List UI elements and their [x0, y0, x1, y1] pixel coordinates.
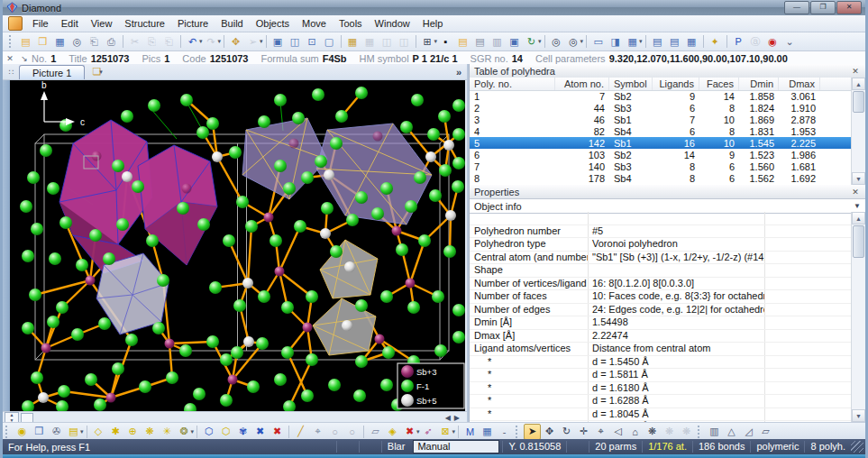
atom-f[interactable]: [27, 171, 40, 184]
picture-locked-icon[interactable]: ▤: [471, 33, 489, 50]
menu-move[interactable]: Move: [296, 16, 333, 31]
atom-f[interactable]: [380, 379, 393, 391]
atom-f[interactable]: [56, 400, 69, 411]
toolbar-grip[interactable]: [5, 426, 11, 438]
atom-f[interactable]: [59, 216, 72, 229]
property-row[interactable]: *d = 1.6180 Å: [470, 382, 852, 396]
property-row[interactable]: Dmax [Å]2.22474: [470, 330, 852, 344]
atom-f[interactable]: [281, 301, 294, 314]
property-row[interactable]: [470, 212, 852, 225]
atom-f[interactable]: [132, 180, 144, 193]
atom-f[interactable]: [330, 137, 343, 150]
packing-diagram-dropdown[interactable]: ▾: [452, 428, 456, 435]
grow-cluster-dropdown[interactable]: ▾: [191, 428, 195, 435]
toolbar-overflow-icon[interactable]: ⌄: [781, 33, 799, 50]
atom-f[interactable]: [177, 202, 189, 215]
atom-f[interactable]: [301, 389, 314, 402]
atom-f[interactable]: [231, 346, 243, 359]
toolbar-grip[interactable]: [698, 426, 703, 438]
atom-f[interactable]: [247, 380, 260, 393]
atom-f[interactable]: [223, 234, 235, 247]
atom-f[interactable]: [452, 331, 465, 344]
connect-atoms-icon[interactable]: ✾: [234, 424, 251, 440]
property-row[interactable]: Dmin [Å]1.54498: [470, 316, 852, 330]
shift-mode-icon[interactable]: ✛: [575, 424, 592, 440]
print-icon[interactable]: ⎙: [103, 33, 120, 50]
column-header-dmin[interactable]: Dmin: [739, 78, 779, 90]
atom-f[interactable]: [346, 214, 359, 226]
menu-tools[interactable]: Tools: [333, 16, 369, 31]
atom-f[interactable]: [166, 371, 178, 384]
fly-mode-icon[interactable]: ❋: [678, 424, 695, 440]
column-header-dmax[interactable]: Dmax: [779, 78, 820, 90]
table-view-icon[interactable]: ▦: [344, 33, 361, 50]
atom-f[interactable]: [438, 110, 451, 123]
property-row[interactable]: Ligand atoms/verticesDistance from centr…: [470, 343, 852, 356]
atom-sb5[interactable]: [342, 320, 352, 331]
view-datasheet-icon[interactable]: ▦: [683, 33, 700, 50]
open-document-icon[interactable]: ❒: [34, 33, 51, 50]
atom-f[interactable]: [245, 220, 258, 233]
fill-cell-icon[interactable]: ⬡: [200, 424, 217, 440]
atom-f[interactable]: [283, 400, 296, 411]
atom-design-icon[interactable]: ◉: [14, 424, 31, 440]
properties-scroll-thumb[interactable]: [853, 225, 864, 258]
video-record-icon[interactable]: ◉: [764, 33, 781, 50]
view-diagram-icon[interactable]: ▤: [666, 33, 683, 50]
structure-canvas[interactable]: bcSb+3F-1Sb+5: [10, 80, 465, 411]
atom-f[interactable]: [40, 144, 52, 157]
coordination-spheres-icon[interactable]: ⌖: [309, 424, 326, 440]
measure-torsion-icon[interactable]: ◿: [740, 424, 757, 440]
atom-f[interactable]: [22, 322, 34, 334]
column-header-atom-no-[interactable]: Atom no.: [555, 78, 609, 90]
atom-sb5[interactable]: [443, 140, 454, 151]
atom-f[interactable]: [270, 234, 282, 247]
atom-sb3[interactable]: [86, 276, 96, 286]
scroll-down-icon[interactable]: ▼: [852, 409, 865, 422]
table-row[interactable]: 5142Sb116101.5452.225: [470, 137, 852, 149]
atom-f[interactable]: [179, 344, 192, 357]
zoom-options-dropdown[interactable]: ▾: [580, 38, 584, 45]
rotate-mode-icon[interactable]: ↻: [558, 424, 575, 440]
atom-f[interactable]: [301, 171, 314, 184]
menu-edit[interactable]: Edit: [55, 16, 85, 31]
atom-sb3[interactable]: [373, 132, 383, 142]
atom-sb3[interactable]: [303, 323, 313, 333]
create-polyhedra-icon[interactable]: ◈: [384, 424, 401, 440]
redo-icon[interactable]: ↷: [203, 33, 220, 50]
atom-f[interactable]: [414, 171, 426, 184]
move-mode-icon[interactable]: ✥: [541, 424, 558, 440]
atom-f[interactable]: [157, 274, 169, 287]
bond[interactable]: [169, 342, 213, 344]
mode-combobox[interactable]: Manual: [413, 440, 499, 453]
atom-f[interactable]: [148, 99, 160, 112]
table-row[interactable]: 17Sb29141.8583.061: [470, 90, 852, 102]
atom-f[interactable]: [400, 121, 413, 133]
select-mode-icon[interactable]: ➤: [524, 424, 541, 440]
bond[interactable]: [217, 157, 242, 202]
atom-sb5[interactable]: [445, 210, 456, 221]
scroll-down-icon[interactable]: ▼: [852, 172, 865, 185]
atom-f[interactable]: [335, 110, 348, 123]
atom-sb3[interactable]: [289, 139, 299, 149]
table-properties-icon[interactable]: ◫: [396, 33, 413, 50]
atom-f[interactable]: [233, 299, 246, 312]
atom-f[interactable]: [94, 398, 106, 411]
atom-f[interactable]: [274, 94, 287, 106]
atom-f[interactable]: [71, 328, 84, 341]
spin-mode-icon[interactable]: ❋: [644, 424, 661, 440]
ring-templates-icon[interactable]: ○: [343, 424, 361, 440]
menu-objects[interactable]: Objects: [250, 16, 296, 31]
atom-f[interactable]: [353, 389, 366, 402]
atom-sb3[interactable]: [375, 334, 385, 344]
atom-f[interactable]: [274, 160, 287, 172]
menu-file[interactable]: File: [26, 16, 55, 31]
table-row[interactable]: 244Sb3681.8241.910: [470, 102, 852, 114]
atom-f[interactable]: [452, 99, 465, 112]
atom-f[interactable]: [306, 290, 318, 303]
measure-plane-icon[interactable]: ▱: [757, 424, 774, 440]
h-bonds-icon[interactable]: ➶: [420, 424, 437, 440]
property-row[interactable]: Number of edges24: Edges code, e.g. 12|2…: [470, 304, 852, 317]
atom-sb5[interactable]: [324, 169, 334, 180]
add-molecule-icon[interactable]: ✱: [107, 424, 124, 440]
